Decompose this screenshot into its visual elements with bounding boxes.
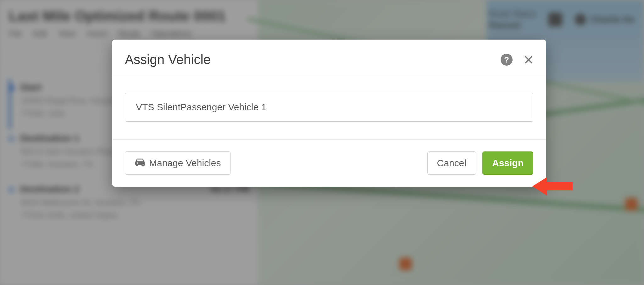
vehicle-input[interactable] xyxy=(125,93,533,122)
assign-label: Assign xyxy=(492,158,524,168)
assign-vehicle-modal: Assign Vehicle ? Manage Vehicles Cancel … xyxy=(112,40,546,187)
manage-vehicles-label: Manage Vehicles xyxy=(149,158,221,168)
vehicle-settings-icon xyxy=(135,157,145,169)
close-icon[interactable] xyxy=(524,55,533,64)
help-icon[interactable]: ? xyxy=(501,54,513,66)
manage-vehicles-button[interactable]: Manage Vehicles xyxy=(125,151,231,175)
assign-button[interactable]: Assign xyxy=(482,151,533,175)
cancel-button[interactable]: Cancel xyxy=(427,151,476,175)
modal-title: Assign Vehicle xyxy=(125,52,501,67)
cancel-label: Cancel xyxy=(437,158,466,168)
